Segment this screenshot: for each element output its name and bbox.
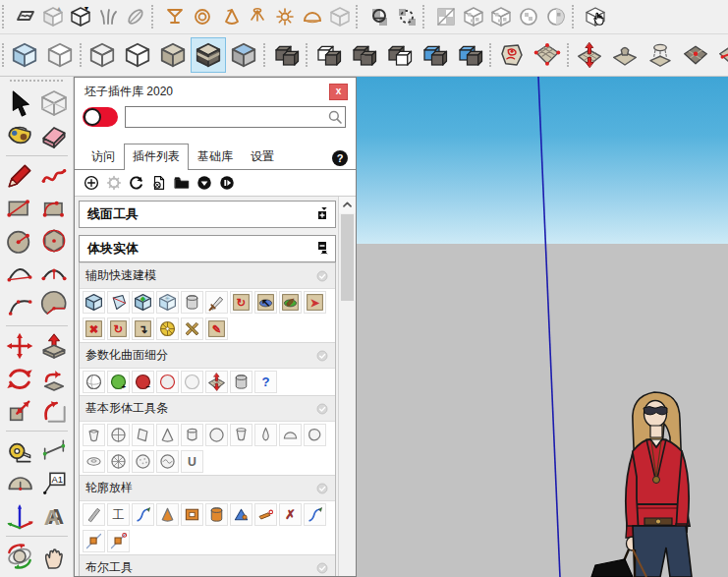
cube-arrow-up-icon[interactable]: ▲: [39, 3, 67, 30]
checker-cube2-icon[interactable]: [487, 3, 515, 30]
light-sun-icon[interactable]: [271, 3, 299, 30]
help-icon[interactable]: ?: [332, 150, 348, 166]
section-check-icon[interactable]: [315, 269, 329, 283]
style-textured-icon[interactable]: [191, 37, 226, 73]
grass-icon[interactable]: [94, 3, 122, 30]
checker-cube-icon[interactable]: [460, 3, 487, 30]
section-check-icon[interactable]: [315, 402, 329, 416]
circle-tool[interactable]: [4, 225, 35, 257]
scroll-up-icon[interactable]: [339, 197, 356, 213]
plane-red-arrow-icon[interactable]: [205, 371, 228, 393]
toolbar-section-header[interactable]: 布尔工具: [80, 554, 335, 576]
pipe-node-ring-icon[interactable]: [107, 530, 130, 552]
terrain-blue-pad-icon[interactable]: ↖: [254, 291, 277, 314]
three-point-arc-tool[interactable]: [4, 290, 35, 321]
drop-shape-icon[interactable]: [254, 424, 277, 446]
terrain-x-arrows-icon[interactable]: ✖: [83, 317, 105, 340]
ramp-bar-icon[interactable]: [83, 503, 105, 526]
flip-mirror-icon[interactable]: [12, 3, 39, 30]
toolbar-grip[interactable]: [572, 5, 579, 29]
settings-gear-icon[interactable]: [105, 174, 123, 192]
pie-tool[interactable]: [38, 290, 70, 321]
crossed-tools-icon[interactable]: [181, 317, 203, 340]
terrain-knife-icon[interactable]: ✎: [205, 317, 228, 340]
pin-icon[interactable]: [230, 371, 252, 393]
toolbar-section-header[interactable]: 参数化曲面细分: [80, 342, 335, 369]
protractor-tool[interactable]: [4, 468, 35, 499]
facet-sphere-shape-icon[interactable]: [107, 424, 130, 446]
wedge-cut-icon[interactable]: [107, 291, 130, 314]
interact-hand-cube-icon[interactable]: [582, 3, 609, 30]
ice-cube-icon[interactable]: ✳: [156, 291, 179, 314]
style-shaded-icon[interactable]: [155, 37, 191, 73]
toolbar-grip[interactable]: [80, 43, 82, 67]
rectangle-tool[interactable]: [4, 193, 35, 224]
toolbar-section-header[interactable]: 基本形体工具条: [80, 395, 335, 422]
sandbox-flip-edge-icon[interactable]: [713, 37, 728, 73]
torus-shape-icon[interactable]: [83, 450, 105, 473]
gray-cylinder-icon[interactable]: [181, 291, 203, 314]
toolbar-grip[interactable]: [422, 5, 429, 29]
circle-shape-icon[interactable]: [205, 424, 228, 446]
orbit-tool[interactable]: [4, 541, 35, 572]
tab-设置[interactable]: 设置: [242, 144, 283, 169]
sandbox-smoove-icon[interactable]: [572, 37, 607, 73]
frame-orange-icon[interactable]: [181, 503, 203, 526]
two-point-arc-tool[interactable]: [38, 258, 70, 289]
bar-orange-icon[interactable]: [254, 503, 277, 526]
search-icon[interactable]: [326, 108, 344, 126]
style-wireframe-icon[interactable]: [84, 37, 120, 73]
follow-me-tool[interactable]: [38, 363, 70, 394]
frustum-shape-icon[interactable]: [83, 424, 105, 446]
sandbox-from-contours-icon[interactable]: [494, 37, 530, 73]
slab-shape-icon[interactable]: [132, 424, 154, 446]
solid-trim-icon[interactable]: [417, 37, 452, 73]
tape-measure-tool[interactable]: [4, 435, 35, 467]
open-folder-icon[interactable]: [173, 174, 191, 192]
arc-tool[interactable]: [4, 258, 35, 289]
collapse-all-icon[interactable]: [196, 174, 213, 192]
shell-red-icon[interactable]: [156, 371, 179, 393]
solid-split-icon[interactable]: [452, 37, 487, 73]
question-blue-icon[interactable]: ?: [254, 371, 277, 393]
style-backedges-icon[interactable]: [42, 37, 78, 73]
remove-file-icon[interactable]: [150, 174, 168, 192]
u-shape-icon[interactable]: U: [181, 450, 203, 473]
toolbar-grip[interactable]: [356, 5, 363, 29]
toolbar-section-header[interactable]: 轮廓放样: [80, 475, 335, 501]
toolbar-grip[interactable]: [2, 5, 9, 29]
toolbar-grip[interactable]: [306, 43, 308, 67]
toolbar-section-header[interactable]: 辅助快速建模: [80, 262, 335, 289]
terrain-lever-icon[interactable]: ↴: [132, 317, 154, 340]
geodesic2-shape-icon[interactable]: [132, 450, 154, 473]
cube-arrow-down-icon[interactable]: ▼: [67, 3, 94, 30]
make-component-tool[interactable]: [38, 87, 70, 119]
solid-intersect-icon[interactable]: [310, 37, 346, 73]
cone-shape-icon[interactable]: [156, 424, 179, 446]
compass-wheel-icon[interactable]: [156, 317, 179, 340]
solid-subtract-icon[interactable]: [381, 37, 417, 73]
curve-pick-icon[interactable]: [132, 503, 154, 526]
sword-icon[interactable]: [205, 291, 228, 314]
brain-shape-icon[interactable]: [156, 450, 179, 473]
sandbox-from-scratch-icon[interactable]: [530, 37, 565, 73]
light-cone-icon[interactable]: [216, 3, 244, 30]
tab-基础库[interactable]: 基础库: [189, 144, 242, 169]
panel-scrollbar[interactable]: [338, 197, 356, 576]
offset-tool[interactable]: [38, 395, 70, 427]
freehand-tool[interactable]: [38, 160, 70, 192]
light-dome-icon[interactable]: [299, 3, 326, 30]
toolbar-grip[interactable]: [489, 43, 491, 67]
geodesic-shape-icon[interactable]: [107, 450, 130, 473]
checker-sphere-icon[interactable]: [515, 3, 542, 30]
cylinder-orange-icon[interactable]: [205, 503, 228, 526]
light-funnel-icon[interactable]: [161, 3, 189, 30]
solid-union-icon[interactable]: [346, 37, 381, 73]
close-button[interactable]: x: [329, 84, 348, 100]
ibeam-icon[interactable]: 工: [107, 503, 130, 526]
refresh-icon[interactable]: [128, 174, 145, 192]
terrain-rotate-flag-icon[interactable]: ↻: [230, 291, 252, 314]
pan-tool[interactable]: [38, 541, 70, 572]
light-rings-icon[interactable]: [189, 3, 216, 30]
solid-cube-icon[interactable]: [83, 291, 105, 314]
